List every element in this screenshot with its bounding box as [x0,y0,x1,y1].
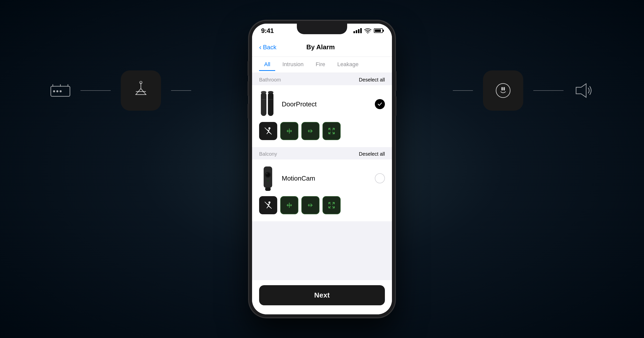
notch [297,24,347,34]
plus-arrows-icon [285,126,294,136]
tab-all[interactable]: All [259,59,275,71]
svg-rect-23 [268,99,273,100]
motioncam-expand-btn[interactable] [323,196,341,214]
svg-point-42 [267,180,269,182]
outlet-icon-block [483,70,523,111]
svg-marker-16 [576,84,586,97]
svg-rect-15 [503,87,505,91]
phone-screen: 9:41 [252,24,392,314]
section-bathroom: Bathroom Deselect all [252,73,392,147]
device-motioncam: MotionCam [252,159,392,221]
motioncam-add-btn[interactable] [280,196,298,214]
device-doorprotect-top: DoorProtect [259,90,385,118]
check-icon [377,101,383,107]
right-peripheral-group [453,70,594,111]
doorprotect-image [259,90,277,118]
svg-rect-18 [261,92,266,116]
navigation-bar: ‹ Back By Alarm [252,38,392,57]
motioncam-checkbox[interactable] [375,173,385,183]
svg-line-29 [265,128,271,134]
svg-point-21 [268,91,273,94]
doorprotect-name: DoorProtect [282,100,370,108]
doorprotect-add-btn[interactable] [280,122,298,140]
tab-intrusion[interactable]: Intrusion [277,59,308,71]
battery-icon [374,28,383,33]
svg-point-1 [53,90,55,92]
svg-point-41 [266,173,267,174]
arrow-right-icon-2 [306,200,315,210]
doorprotect-expand-btn[interactable] [323,122,341,140]
left-connector-line [80,90,111,91]
expand-icon-2 [327,200,336,210]
back-chevron-icon: ‹ [259,44,261,51]
device-doorprotect: DoorProtect [252,85,392,147]
motioncam-motion-btn[interactable] [259,196,277,214]
svg-point-2 [56,90,58,92]
right-connector-line [533,90,564,91]
section-bathroom-label: Bathroom [259,77,281,83]
svg-point-40 [266,173,270,177]
bottom-bar: Next [252,280,392,314]
wifi-icon [364,28,371,33]
status-icons [353,28,383,33]
section-balcony: Balcony Deselect all [252,147,392,221]
doorprotect-checkbox[interactable] [375,99,385,109]
signal-icon [353,28,362,33]
phone-mockup: 9:41 [249,21,395,317]
doorprotect-actions [259,122,385,142]
back-label: Back [263,44,276,51]
svg-rect-22 [261,99,266,100]
next-button[interactable]: Next [259,285,385,305]
tab-fire[interactable]: Fire [311,59,330,71]
motion-icon [263,126,273,136]
phone-frame: 9:41 [249,21,395,317]
outlet-icon [493,80,513,101]
hub-icon [50,84,70,98]
deselect-all-bathroom[interactable]: Deselect all [359,77,385,83]
doorprotect-arrow-btn[interactable] [301,122,319,140]
section-bathroom-header: Bathroom Deselect all [252,73,392,85]
filter-tabs: All Intrusion Fire Leakage [252,57,392,73]
arrow-right-icon [306,126,315,136]
speaker-icon [574,82,594,99]
motion-icon-2 [263,200,273,210]
gate-icon-block [121,70,161,111]
motioncam-arrow-btn[interactable] [301,196,319,214]
content-area: Bathroom Deselect all [252,73,392,280]
svg-point-19 [261,91,266,94]
doorprotect-motion-btn[interactable] [259,122,277,140]
plus-arrows-icon-2 [285,200,294,210]
svg-rect-20 [268,92,273,116]
expand-icon [327,126,336,136]
svg-line-26 [267,132,268,134]
svg-point-17 [367,33,368,33]
gate-icon [131,80,151,101]
status-bar: 9:41 [252,24,392,38]
right-to-phone-line [453,90,473,91]
svg-rect-14 [501,87,503,91]
svg-line-49 [265,202,271,208]
svg-point-3 [60,90,62,92]
page-title: By Alarm [276,43,365,51]
svg-point-13 [496,83,510,98]
back-button[interactable]: ‹ Back [259,44,276,51]
section-balcony-label: Balcony [259,151,277,157]
tab-leakage[interactable]: Leakage [332,59,364,71]
device-motioncam-top: MotionCam [259,164,385,192]
motioncam-name: MotionCam [282,175,370,182]
svg-line-46 [267,206,268,208]
motioncam-actions [259,196,385,216]
motioncam-image [259,164,277,192]
deselect-all-balcony[interactable]: Deselect all [359,151,385,157]
left-peripheral-group [50,70,191,111]
section-balcony-header: Balcony Deselect all [252,147,392,159]
svg-rect-43 [265,187,271,191]
left-to-phone-line [171,90,191,91]
status-time: 9:41 [261,27,274,35]
empty-space [252,221,392,272]
